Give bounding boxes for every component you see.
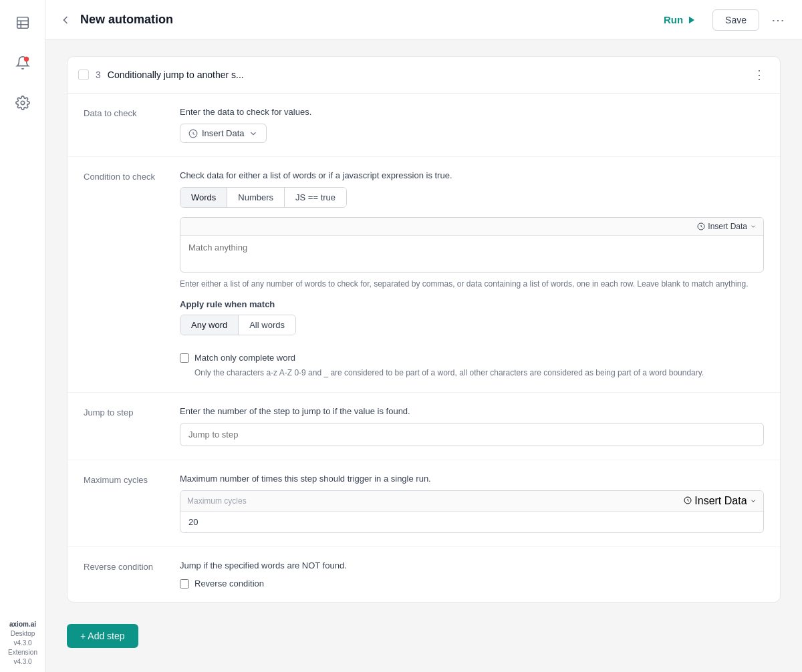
match-hint: Enter either a list of any number of wor… [180,278,764,290]
svg-point-5 [21,101,25,105]
back-button[interactable] [59,13,72,27]
tab-numbers[interactable]: Numbers [227,188,285,207]
sidebar: axiom.ai Desktop v4.3.0 Extension v4.3.0 [0,0,45,672]
maximum-cycles-content: Maximum number of times this step should… [180,474,764,533]
svg-marker-6 [689,16,694,23]
max-cycles-insert-data[interactable]: Insert Data [684,495,757,507]
data-to-check-label: Data to check [84,107,164,143]
insert-data-sm-label: Insert Data [708,222,747,231]
tab-any-word[interactable]: Any word [180,315,239,335]
jump-to-step-desc: Enter the number of the step to jump to … [180,406,764,416]
brand-name: axiom.ai [3,620,43,629]
apply-rule-label: Apply rule when match [180,299,764,309]
reverse-condition-label: Reverse condition [84,560,164,589]
step-checkbox[interactable] [78,69,89,80]
reverse-condition-row: Reverse condition Jump if the specified … [68,547,780,602]
more-menu-button[interactable]: ⋯ [767,8,789,32]
jump-to-step-content: Enter the number of the step to jump to … [180,406,764,446]
reverse-checkbox-row: Reverse condition [180,578,764,589]
maximum-cycles-row: Maximum cycles Maximum number of times t… [68,460,780,547]
add-step-bar: + Add step [67,613,781,653]
data-to-check-content: Enter the data to check for values. Inse… [180,107,764,143]
main: New automation Run Save ⋯ 3 Conditionall… [45,0,802,672]
sidebar-icon-gear[interactable] [11,91,35,115]
add-step-button[interactable]: + Add step [67,624,138,648]
step-card: 3 Conditionally jump to another s... ⋮ D… [67,56,781,603]
max-cycles-insert-label: Insert Data [694,495,747,506]
maximum-cycles-label: Maximum cycles [84,474,164,533]
step-title: Conditionally jump to another s... [108,69,743,80]
reverse-condition-checkbox-label: Reverse condition [194,578,264,589]
data-to-check-desc: Enter the data to check for values. [180,107,764,117]
brand-desktop: Desktop [3,629,43,639]
jump-to-step-row: Jump to step Enter the number of the ste… [68,393,780,460]
max-cycles-field-label: Maximum cycles [187,496,247,506]
maximum-cycles-desc: Maximum number of times this step should… [180,474,764,484]
svg-point-4 [23,57,28,61]
max-cycles-wrap: Maximum cycles Insert Data 20 [180,490,764,533]
jump-to-step-label: Jump to step [84,406,164,446]
save-button[interactable]: Save [712,9,759,31]
reverse-condition-content: Jump if the specified words are NOT foun… [180,560,764,589]
tab-words[interactable]: Words [180,188,227,207]
max-cycles-header: Maximum cycles Insert Data [180,491,763,512]
brand-desktop-version: v4.3.0 [3,639,43,648]
match-input-header: Insert Data [180,218,763,236]
match-complete-hint: Only the characters a-z A-Z 0-9 and _ ar… [194,367,764,379]
insert-data-label: Insert Data [202,128,245,138]
insert-data-button[interactable]: Insert Data [180,124,267,143]
data-to-check-row: Data to check Enter the data to check fo… [68,94,780,157]
condition-tab-group: Words Numbers JS == true [180,187,347,208]
brand-extension: Extension [3,648,43,657]
max-cycles-value: 20 [188,517,755,527]
match-complete-label: Match only complete word [194,353,295,363]
jump-to-step-input[interactable] [180,423,764,446]
run-label: Run [664,14,683,25]
svg-rect-0 [17,17,28,29]
card-header: 3 Conditionally jump to another s... ⋮ [68,57,780,94]
match-textarea[interactable] [180,236,763,269]
apply-rule-tab-group: Any word All words [180,315,296,335]
reverse-condition-desc: Jump if the specified words are NOT foun… [180,560,764,570]
run-button[interactable]: Run [656,10,704,29]
header: New automation Run Save ⋯ [45,0,802,40]
condition-content: Check data for either a list of words or… [180,170,764,379]
page-body: 3 Conditionally jump to another s... ⋮ D… [45,40,802,672]
condition-label: Condition to check [84,170,164,379]
page-title: New automation [80,13,648,27]
sidebar-icon-alert[interactable] [11,51,35,75]
sidebar-icon-table[interactable] [11,11,35,35]
match-input-wrap: Insert Data [180,217,764,273]
match-complete-checkbox[interactable] [180,353,189,363]
condition-desc: Check data for either a list of words or… [180,170,764,180]
tab-js[interactable]: JS == true [285,188,346,207]
brand: axiom.ai Desktop v4.3.0 Extension v4.3.0 [0,615,45,672]
brand-extension-version: v4.3.0 [3,657,43,667]
match-complete-row: Match only complete word [180,353,764,363]
insert-data-small-button[interactable]: Insert Data [697,222,757,231]
step-number: 3 [96,69,101,80]
form-body: Data to check Enter the data to check fo… [68,94,780,602]
tab-all-words[interactable]: All words [239,315,295,335]
max-cycles-body: 20 [180,512,763,532]
condition-to-check-row: Condition to check Check data for either… [68,157,780,393]
reverse-condition-checkbox[interactable] [180,579,189,589]
card-more-button[interactable]: ⋮ [749,66,769,83]
